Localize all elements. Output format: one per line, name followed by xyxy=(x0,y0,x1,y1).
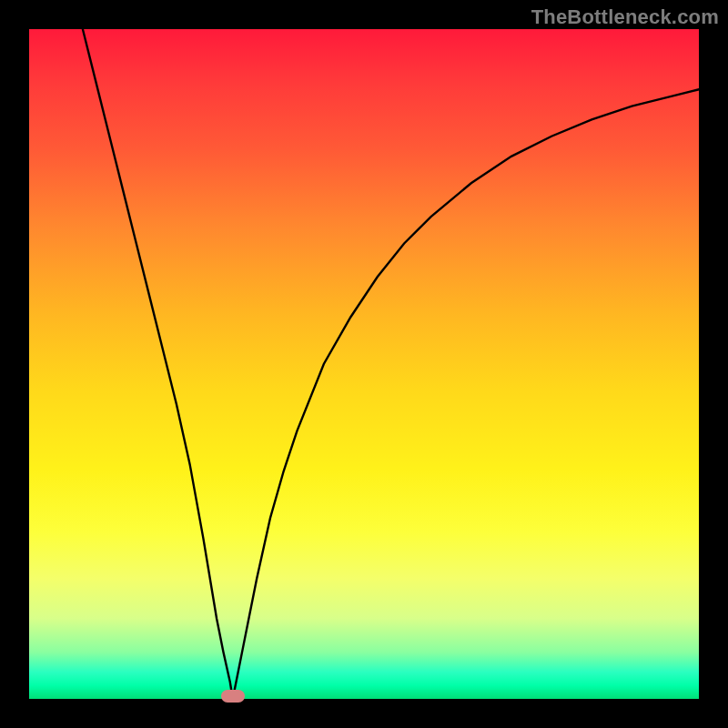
optimal-point-marker xyxy=(221,690,245,703)
watermark-text: TheBottleneck.com xyxy=(531,5,719,29)
chart-frame: TheBottleneck.com xyxy=(0,0,728,728)
bottleneck-curve xyxy=(29,29,699,699)
